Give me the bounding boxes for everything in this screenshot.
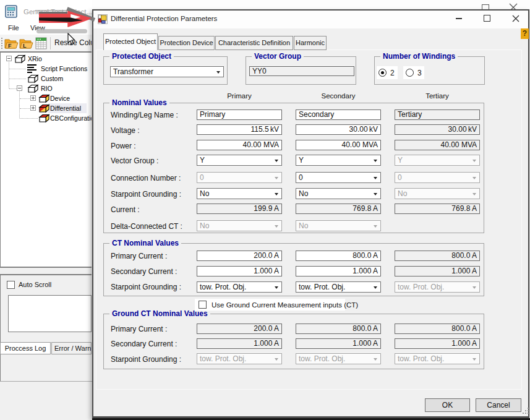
svg-text:F: F [8,43,12,49]
svg-text:L: L [23,43,27,49]
